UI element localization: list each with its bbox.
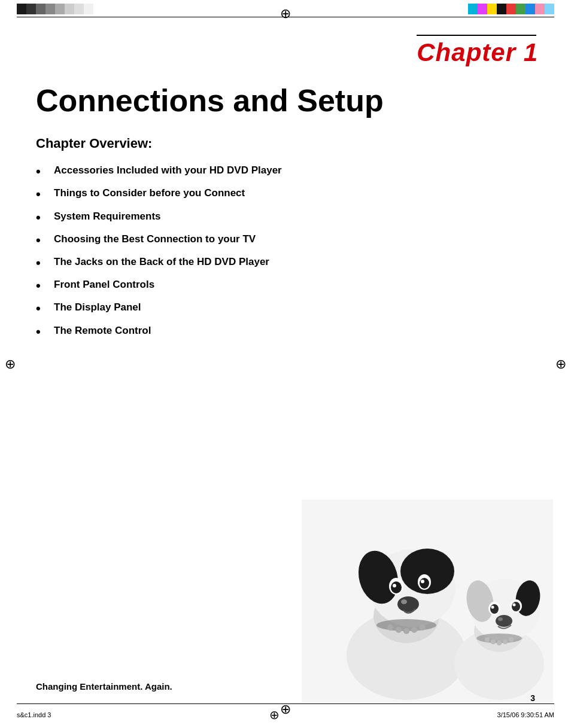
bullet-dot: • — [36, 301, 48, 316]
svg-point-17 — [411, 627, 417, 633]
svg-point-15 — [396, 627, 402, 633]
svg-point-34 — [491, 639, 496, 644]
bullet-dot: • — [36, 279, 48, 293]
list-item: •System Requirements — [36, 211, 535, 225]
chapter-title: Chapter 1 — [417, 38, 538, 66]
svg-point-32 — [498, 617, 503, 621]
page-title: Connections and Setup — [36, 84, 535, 118]
list-item: •Things to Consider before you Connect — [36, 187, 535, 202]
bullet-text: The Display Panel — [54, 301, 141, 313]
reg-mark-top: ⊕ — [280, 6, 291, 22]
list-item: •Front Panel Controls — [36, 279, 535, 293]
bullet-text: Accessories Included with your HD DVD Pl… — [54, 165, 282, 176]
bullet-dot: • — [36, 233, 48, 248]
bottom-border — [17, 703, 554, 704]
bullet-dot: • — [36, 165, 48, 179]
svg-point-29 — [512, 602, 520, 611]
bullet-text: System Requirements — [54, 211, 161, 223]
list-item: •The Display Panel — [36, 301, 535, 316]
list-item: •Accessories Included with your HD DVD P… — [36, 165, 535, 179]
color-bars-left — [17, 4, 93, 14]
list-item: •The Jacks on the Back of the HD DVD Pla… — [36, 256, 535, 270]
svg-point-30 — [513, 604, 516, 607]
footer-file-info: s&c1.indd 3 — [17, 711, 51, 718]
list-item: •The Remote Control — [36, 325, 535, 339]
footer-reg-mark: ⊕ — [269, 708, 280, 722]
svg-point-26 — [490, 604, 499, 614]
reg-mark-right: ⊕ — [555, 357, 566, 372]
bullet-text: The Remote Control — [54, 325, 151, 337]
color-bars-right — [468, 4, 554, 14]
bullet-dot: • — [36, 256, 48, 270]
bullet-text: Things to Consider before you Connect — [54, 187, 245, 199]
chapter-overview-list: •Accessories Included with your HD DVD P… — [36, 165, 535, 339]
svg-point-11 — [421, 580, 424, 583]
footer-timestamp: 3/15/06 9:30:51 AM — [497, 711, 554, 718]
bullet-text: The Jacks on the Back of the HD DVD Play… — [54, 256, 269, 268]
svg-point-37 — [485, 637, 490, 642]
list-item: •Choosing the Best Connection to your TV — [36, 233, 535, 248]
svg-point-35 — [497, 641, 502, 645]
bullet-dot: • — [36, 211, 48, 225]
svg-point-16 — [403, 628, 409, 634]
bullet-text: Choosing the Best Connection to your TV — [54, 233, 256, 245]
chapter-line — [417, 35, 536, 36]
svg-point-31 — [496, 615, 512, 627]
bullet-dot: • — [36, 187, 48, 202]
dog-image — [302, 499, 553, 703]
reg-mark-left: ⊕ — [5, 357, 16, 372]
page-number: 3 — [530, 693, 535, 703]
svg-point-7 — [391, 581, 402, 593]
svg-point-19 — [420, 625, 426, 630]
bullet-text: Front Panel Controls — [54, 279, 154, 291]
caption-text: Changing Entertainment. Again. — [36, 681, 172, 692]
footer: s&c1.indd 3 ⊕ 3/15/06 9:30:51 AM — [17, 708, 554, 722]
chapter-overview-heading: Chapter Overview: — [36, 136, 535, 151]
svg-point-8 — [393, 584, 396, 587]
svg-point-18 — [387, 625, 393, 630]
svg-point-38 — [509, 637, 514, 642]
svg-point-10 — [420, 578, 429, 589]
bullet-dot: • — [36, 325, 48, 339]
svg-point-27 — [491, 606, 494, 609]
main-content: Connections and Setup Chapter Overview: … — [36, 84, 535, 348]
svg-point-13 — [401, 599, 407, 604]
caption-area: Changing Entertainment. Again. — [36, 681, 172, 692]
chapter-label-container: Chapter 1 — [417, 35, 538, 67]
svg-point-36 — [503, 639, 508, 644]
